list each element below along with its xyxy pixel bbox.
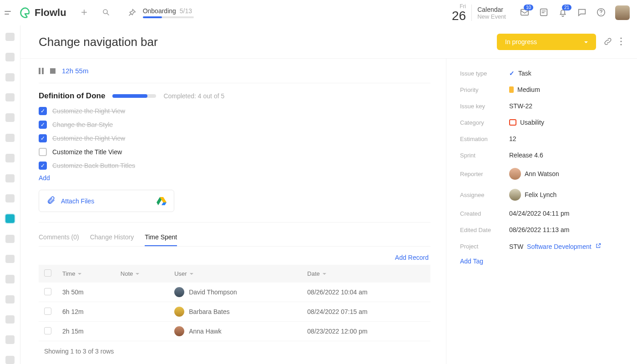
checklist-item: Customize Back Button Titles — [39, 162, 430, 170]
notes-button[interactable] — [539, 7, 549, 19]
col-user[interactable]: User — [169, 265, 302, 283]
tab-comments[interactable]: Comments (0) — [39, 229, 79, 246]
checklist-item: Customize the Title View — [39, 148, 430, 156]
checkbox[interactable] — [39, 121, 47, 129]
rail-item-1[interactable] — [5, 33, 15, 41]
search-button[interactable] — [102, 8, 110, 18]
chat-button[interactable] — [577, 7, 587, 19]
status-dropdown[interactable]: In progress — [497, 34, 596, 50]
link-icon — [603, 37, 612, 46]
svg-point-0 — [103, 10, 107, 14]
checklist-item: Change the Bar Style — [39, 121, 430, 129]
avatar — [174, 287, 184, 297]
menu-toggle[interactable] — [5, 11, 15, 15]
onboarding-progress: 5/13 — [180, 7, 192, 15]
assignee-label: Assignee — [460, 192, 509, 198]
bell-button[interactable]: 21 — [558, 7, 568, 19]
help-button[interactable] — [596, 7, 606, 19]
checkbox[interactable] — [39, 148, 47, 156]
add-item-link[interactable]: Add — [39, 174, 430, 182]
row-checkbox[interactable] — [44, 308, 51, 315]
issue-type-label: Issue type — [460, 70, 509, 77]
table-row[interactable]: 2h 15mAnna Hawk08/23/2022 12:00 pm — [39, 322, 430, 341]
category-value[interactable]: Usability — [520, 119, 544, 126]
checklist-label[interactable]: Change the Bar Style — [52, 121, 113, 128]
copy-link-button[interactable] — [603, 37, 612, 47]
checkbox[interactable] — [39, 134, 47, 142]
checklist-label[interactable]: Customize the Title View — [52, 148, 122, 156]
attach-files[interactable]: Attach Files — [39, 190, 174, 212]
row-user: Anna Hawk — [189, 328, 222, 335]
row-note — [115, 302, 169, 322]
add-record-link[interactable]: Add Record — [39, 250, 430, 265]
row-time: 2h 15m — [57, 322, 115, 341]
logo-icon — [19, 6, 32, 19]
assignee-value[interactable]: Felix Lynch — [525, 191, 556, 198]
estimation-value[interactable]: 12 — [509, 135, 516, 142]
reporter-value[interactable]: Ann Watson — [525, 170, 559, 177]
attach-label: Attach Files — [61, 197, 151, 205]
chat-icon — [577, 7, 587, 17]
inbox-button[interactable]: 10 — [520, 7, 530, 19]
table-row[interactable]: 6h 12mBarbara Bates08/24/2022 07:15 am — [39, 302, 430, 322]
more-button[interactable] — [620, 37, 622, 47]
notes-icon — [539, 7, 549, 17]
pause-button[interactable] — [39, 68, 44, 74]
calendar-title: Calendar — [477, 6, 506, 13]
external-icon[interactable] — [595, 243, 602, 250]
row-date: 08/24/2022 07:15 am — [302, 302, 430, 322]
issue-type-value[interactable]: Task — [518, 70, 531, 77]
edited-label: Edited Date — [460, 227, 509, 233]
checklist-item: Customize the Right View — [39, 134, 430, 142]
onboarding-label: Onboarding — [143, 7, 176, 15]
dod-title: Definition of Done — [39, 91, 105, 101]
row-date: 08/23/2022 12:00 pm — [302, 322, 430, 341]
dod-progress-bar — [112, 94, 156, 98]
svg-point-6 — [620, 44, 622, 45]
logo[interactable]: Flowlu — [19, 6, 66, 19]
new-button[interactable] — [80, 8, 88, 18]
bell-badge: 21 — [562, 5, 571, 10]
gdrive-icon[interactable] — [157, 197, 167, 206]
details-panel: Issue type✓Task PriorityMedium Issue key… — [446, 59, 637, 364]
tab-time-spent[interactable]: Time Spent — [145, 229, 177, 246]
select-all-checkbox[interactable] — [44, 269, 51, 277]
timer-value[interactable]: 12h 55m — [62, 67, 88, 75]
sprint-value[interactable]: Release 4.6 — [509, 152, 543, 159]
plus-icon — [80, 8, 88, 16]
checkbox[interactable] — [39, 107, 47, 115]
checklist-label[interactable]: Customize the Right View — [52, 107, 125, 115]
estimation-label: Estimation — [460, 136, 509, 142]
svg-rect-2 — [541, 9, 547, 15]
col-time[interactable]: Time — [57, 265, 115, 283]
avatar — [174, 307, 184, 317]
user-avatar[interactable] — [615, 5, 630, 20]
checklist-label[interactable]: Customize the Right View — [52, 135, 125, 142]
sprint-label: Sprint — [460, 152, 509, 159]
checkbox[interactable] — [39, 162, 47, 170]
more-icon — [620, 37, 622, 46]
stop-button[interactable] — [50, 68, 56, 74]
calendar-sub: New Event — [477, 13, 506, 20]
priority-value[interactable]: Medium — [517, 86, 540, 93]
col-note[interactable]: Note — [115, 265, 169, 283]
add-tag-link[interactable]: Add Tag — [460, 258, 623, 265]
project-prefix: STW — [509, 243, 523, 250]
pin-icon[interactable] — [126, 8, 136, 18]
table-row[interactable]: 3h 50mDavid Thompson08/26/2022 10:04 am — [39, 283, 430, 302]
row-checkbox[interactable] — [44, 327, 51, 334]
checklist-label[interactable]: Customize Back Button Titles — [52, 162, 135, 169]
project-link[interactable]: Software Development — [527, 243, 592, 250]
calendar-widget[interactable]: Fri 26 Calendar New Event — [452, 3, 506, 22]
svg-point-4 — [620, 37, 622, 39]
project-label: Project — [460, 243, 509, 250]
attach-icon — [46, 196, 56, 206]
row-checkbox[interactable] — [44, 288, 51, 295]
onboarding-widget[interactable]: Onboarding 5/13 — [143, 7, 194, 18]
help-icon — [596, 7, 606, 17]
created-value: 04/24/2022 04:11 pm — [509, 210, 569, 217]
tab-history[interactable]: Change History — [90, 229, 134, 246]
col-date[interactable]: Date — [302, 265, 430, 283]
avatar — [509, 168, 521, 180]
avatar — [174, 326, 184, 336]
